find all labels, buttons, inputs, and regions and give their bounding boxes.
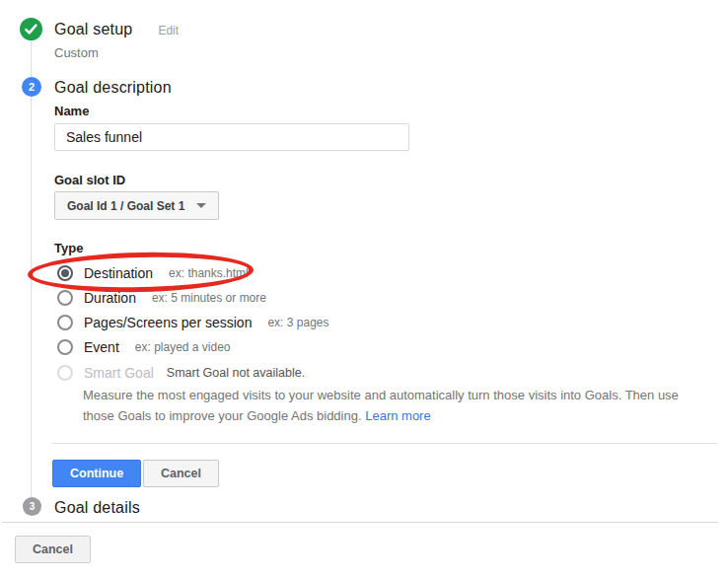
radio-icon[interactable] (57, 290, 73, 306)
radio-icon[interactable] (57, 339, 73, 355)
radio-hint: ex: 3 pages (267, 316, 328, 329)
radio-option-destination[interactable]: Destination ex: thanks.html (57, 263, 249, 283)
radio-label: Event (84, 339, 119, 355)
radio-label: Destination (84, 265, 153, 281)
goal-setup-page: Goal setup Edit Custom 2 Goal descriptio… (0, 0, 728, 578)
step-connector-line (31, 32, 32, 505)
radio-label: Duration (84, 290, 136, 306)
radio-hint: Smart Goal not available. (167, 366, 305, 380)
radio-option-duration[interactable]: Duration ex: 5 minutes or more (57, 288, 266, 308)
radio-selected-icon[interactable] (57, 265, 73, 281)
cancel-button[interactable]: Cancel (143, 460, 219, 487)
goal-slot-dropdown-value: Goal Id 1 / Goal Set 1 (67, 199, 184, 213)
goal-description-title: Goal description (54, 79, 172, 97)
radio-disabled-icon (57, 365, 73, 381)
radio-label: Smart Goal (84, 365, 154, 381)
goal-slot-id-label: Goal slot ID (54, 173, 125, 187)
goal-setup-subtitle: Custom (54, 45, 99, 60)
radio-hint: ex: 5 minutes or more (152, 291, 266, 305)
radio-hint: ex: thanks.html (169, 266, 249, 280)
dropdown-arrow-icon (196, 203, 206, 208)
bottom-divider (2, 522, 718, 523)
radio-option-pages-per-session[interactable]: Pages/Screens per session ex: 3 pages (57, 313, 328, 332)
footer-cancel-button[interactable]: Cancel (15, 536, 91, 563)
radio-option-event[interactable]: Event ex: played a video (57, 337, 231, 357)
step-3-badge: 3 (23, 497, 41, 516)
goal-setup-header: Goal setup Edit (54, 21, 179, 38)
step-2-badge: 2 (22, 77, 41, 97)
goal-details-title: Goal details (54, 499, 140, 517)
radio-icon[interactable] (57, 315, 73, 330)
goal-slot-dropdown[interactable]: Goal Id 1 / Goal Set 1 (54, 191, 219, 220)
step-complete-check-icon (20, 18, 42, 40)
section-divider (52, 443, 717, 444)
radio-label: Pages/Screens per session (84, 315, 252, 330)
name-label: Name (54, 104, 89, 118)
radio-option-smart-goal: Smart Goal Smart Goal not available. (57, 363, 305, 383)
continue-button[interactable]: Continue (52, 460, 141, 487)
type-label: Type (54, 241, 83, 255)
learn-more-link[interactable]: Learn more (365, 408, 430, 423)
smart-goal-description: Measure the most engaged visits to your … (83, 385, 702, 426)
edit-link[interactable]: Edit (158, 24, 179, 37)
radio-hint: ex: played a video (135, 340, 231, 354)
goal-name-input[interactable] (54, 123, 409, 151)
goal-setup-title: Goal setup (54, 21, 132, 38)
